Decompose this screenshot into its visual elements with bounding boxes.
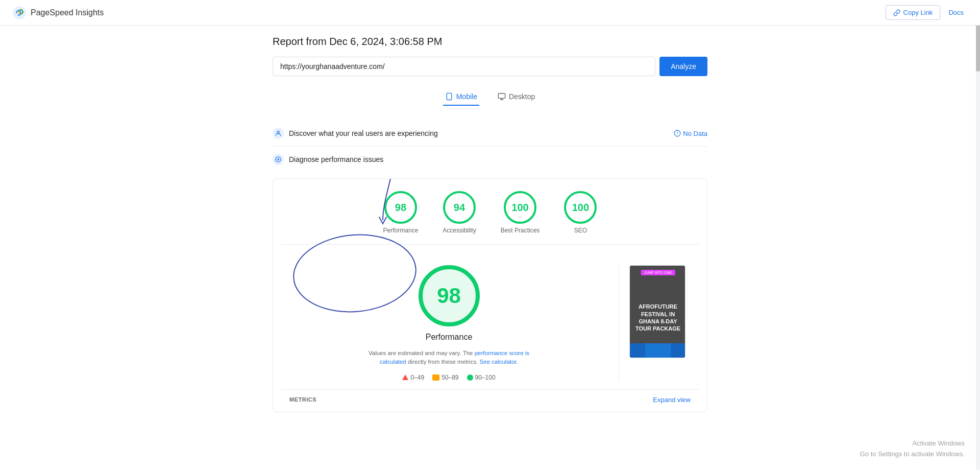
performance-label: Performance (383, 227, 419, 234)
mobile-tab-label: Mobile (456, 92, 477, 101)
scores-panel: 98 Performance 94 Accessibility 100 Best… (273, 178, 707, 412)
accessibility-label: Accessibility (443, 227, 476, 234)
performance-right: JUMP INTO ONE AFROFUTURE FESTIVAL IN GHA… (629, 265, 691, 381)
desktop-tab-label: Desktop (509, 92, 535, 101)
diagnose-section: Diagnose performance issues (273, 147, 707, 172)
calculator-link[interactable]: See calculator. (480, 359, 518, 365)
performance-circle: 98 (384, 191, 417, 224)
performance-value: 98 (395, 202, 406, 214)
main-content: Report from Dec 6, 2024, 3:06:58 PM Anal… (260, 26, 720, 422)
svg-rect-2 (447, 93, 451, 100)
fail-triangle-icon (402, 374, 408, 380)
big-performance-label: Performance (426, 333, 473, 342)
score-performance: 98 Performance (383, 191, 419, 234)
scores-row: 98 Performance 94 Accessibility 100 Best… (281, 191, 699, 245)
psi-logo-icon (12, 6, 27, 20)
best-practices-circle: 100 (504, 191, 536, 224)
mobile-icon (445, 92, 453, 101)
big-performance-circle: 98 (419, 265, 480, 326)
expand-view-button[interactable]: Expand view (653, 396, 691, 404)
real-users-icon (273, 128, 284, 139)
legend-fail: 0–49 (402, 374, 424, 381)
best-practices-value: 100 (511, 202, 528, 214)
accessibility-value: 94 (454, 202, 465, 214)
real-users-title: Discover what your real users are experi… (289, 129, 438, 137)
svg-rect-4 (498, 93, 505, 98)
legend-good-label: 90–100 (475, 374, 496, 381)
copy-link-button[interactable]: Copy Link (886, 5, 941, 20)
thumbnail-footer-bar (630, 343, 685, 358)
note-text: Values are estimated and may vary. The (369, 350, 475, 356)
seo-circle: 100 (564, 191, 597, 224)
real-users-section: Discover what your real users are experi… (273, 121, 707, 147)
average-square-icon (432, 374, 439, 381)
score-note: Values are estimated and may vary. The p… (362, 349, 536, 367)
thumbnail-cta-bar (645, 343, 671, 358)
no-data-label: No Data (683, 130, 707, 137)
svg-point-5 (277, 131, 280, 133)
diagnose-left: Diagnose performance issues (273, 154, 383, 165)
metrics-footer: METRICS Expand view (281, 389, 699, 404)
performance-detail: 98 Performance Values are estimated and … (281, 257, 699, 389)
svg-point-1 (18, 12, 20, 14)
good-circle-icon (467, 374, 473, 381)
scrollbar[interactable] (976, 0, 980, 422)
svg-point-8 (277, 158, 279, 160)
score-best-practices: 100 Best Practices (501, 191, 540, 234)
tab-mobile[interactable]: Mobile (443, 88, 479, 106)
url-bar: Analyze (273, 57, 707, 76)
accessibility-circle: 94 (443, 191, 476, 224)
real-users-left: Discover what your real users are experi… (273, 128, 438, 139)
thumbnail-image: JUMP INTO ONE AFROFUTURE FESTIVAL IN GHA… (630, 266, 685, 358)
no-data-indicator: No Data (674, 130, 707, 137)
score-seo: 100 SEO (564, 191, 597, 234)
report-timestamp: Report from Dec 6, 2024, 3:06:58 PM (273, 36, 707, 48)
diagnose-title: Diagnose performance issues (289, 155, 383, 163)
analyze-button[interactable]: Analyze (659, 57, 707, 76)
seo-label: SEO (574, 227, 587, 234)
performance-left: 98 Performance Values are estimated and … (289, 265, 608, 381)
svg-point-3 (449, 98, 449, 99)
seo-value: 100 (572, 202, 589, 214)
header-actions: Copy Link Docs (886, 5, 968, 20)
app-title: PageSpeed Insights (31, 8, 104, 17)
legend-average: 50–89 (432, 374, 458, 381)
vertical-divider (619, 265, 619, 381)
best-practices-label: Best Practices (501, 227, 540, 234)
legend-good: 90–100 (467, 374, 496, 381)
score-legend: 0–49 50–89 90–100 (402, 374, 495, 381)
big-performance-value: 98 (437, 284, 461, 308)
url-input[interactable] (273, 57, 655, 76)
note-text2: directly from these metrics. (406, 359, 480, 365)
info-icon (674, 130, 681, 137)
logo-area: PageSpeed Insights (12, 6, 104, 20)
diagnose-icon (273, 154, 284, 165)
legend-average-label: 50–89 (442, 374, 458, 381)
metrics-label: METRICS (289, 396, 316, 403)
legend-fail-label: 0–49 (410, 374, 424, 381)
desktop-icon (498, 92, 506, 101)
docs-button[interactable]: Docs (944, 6, 968, 19)
page-thumbnail: JUMP INTO ONE AFROFUTURE FESTIVAL IN GHA… (629, 265, 685, 358)
copy-link-label: Copy Link (903, 9, 933, 16)
link-icon (893, 9, 900, 16)
header: PageSpeed Insights Copy Link Docs (0, 0, 980, 26)
score-accessibility: 94 Accessibility (443, 191, 476, 234)
thumbnail-title: AFROFUTURE FESTIVAL IN GHANA 8-DAY TOUR … (635, 303, 681, 332)
thumbnail-badge: JUMP INTO ONE (641, 270, 675, 275)
device-tabs: Mobile Desktop (273, 88, 707, 106)
tab-desktop[interactable]: Desktop (496, 88, 537, 106)
